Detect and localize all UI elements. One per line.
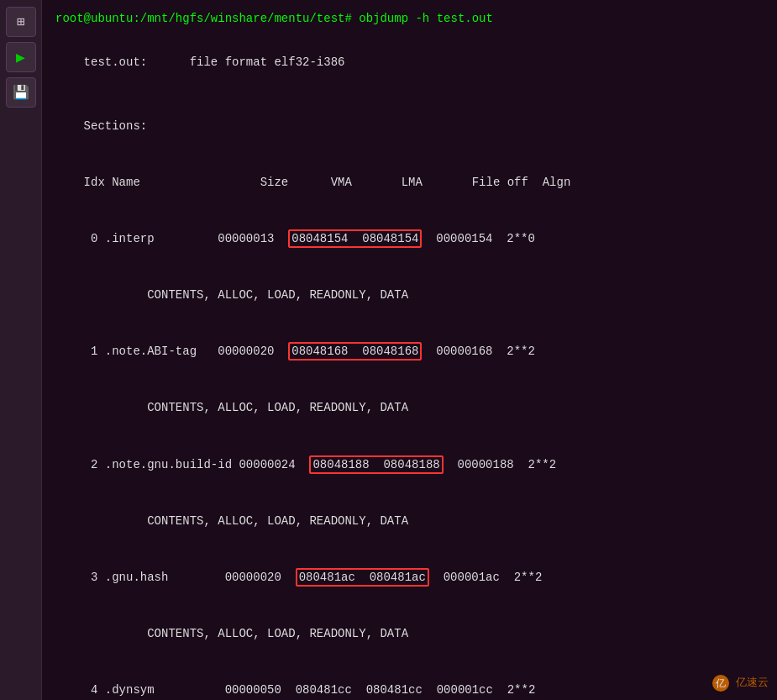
command-text: root@ubuntu:/mnt/hgfs/winshare/mentu/tes… [55,12,493,25]
table-row: 2 .note.gnu.build-id 00000024 08048188 0… [55,436,764,492]
table-row-flags: CONTENTS, ALLOC, LOAD, READONLY, DATA [55,267,764,324]
terminal-output: root@ubuntu:/mnt/hgfs/winshare/mentu/tes… [42,0,777,700]
table-header: Idx Name Size VMA LMA File off Algn [55,154,764,210]
table-row-flags: CONTENTS, ALLOC, LOAD, READONLY, DATA [55,492,764,549]
command-line: root@ubuntu:/mnt/hgfs/winshare/mentu/tes… [55,10,764,28]
table-row: 3 .gnu.hash 00000020 080481ac 080481ac 0… [55,550,764,606]
save-icon: 💾 [13,84,29,101]
table-row-flags: CONTENTS, ALLOC, LOAD, READONLY, DATA [55,380,764,436]
table-row: 1 .note.ABI-tag 00000020 08048168 080481… [55,324,764,380]
save-button[interactable]: 💾 [6,77,36,108]
sections-label: Sections: [55,97,764,154]
table-row: 0 .interp 00000013 08048154 08048154 000… [55,211,764,267]
run-icon: ▶ [16,48,25,66]
terminal-button[interactable]: ⊞ [6,7,36,37]
table-row-flags: CONTENTS, ALLOC, LOAD, READONLY, DATA [55,606,764,662]
watermark: 亿 亿速云 [712,675,769,692]
run-button[interactable]: ▶ [6,42,36,72]
terminal-icon: ⊞ [17,13,25,30]
watermark-text: 亿速云 [736,676,769,688]
watermark-icon: 亿 [712,675,729,692]
sidebar: ⊞ ▶ 💾 [0,0,42,700]
file-format-line: test.out: file format elf32-i386 [55,34,764,91]
table-row: 4 .dynsym 00000050 080481cc 080481cc 000… [55,662,764,700]
